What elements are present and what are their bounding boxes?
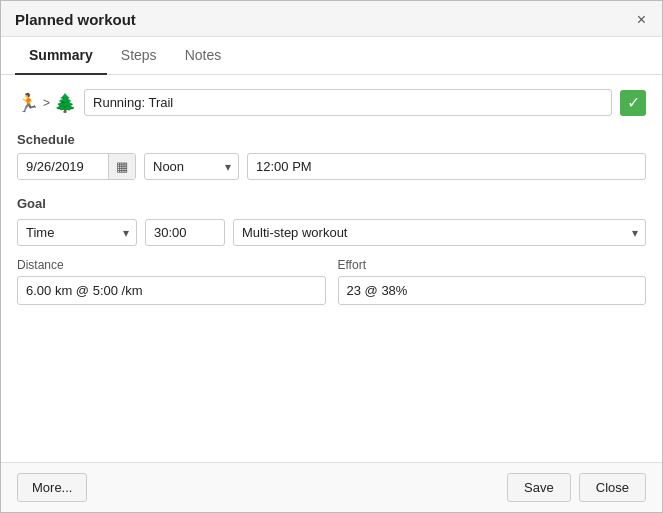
date-picker[interactable]: 9/26/2019 ▦ — [17, 153, 136, 180]
workout-type-select[interactable]: Multi-step workout Single-step workout — [233, 219, 646, 246]
workout-icons: 🏃 > 🌲 — [17, 92, 76, 114]
calendar-icon: ▦ — [116, 159, 128, 174]
distance-label: Distance — [17, 258, 326, 272]
dialog-close-button[interactable]: × — [635, 12, 648, 28]
goal-type-select[interactable]: Time Distance Pace Open — [17, 219, 137, 246]
goal-type-select-wrapper: Time Distance Pace Open — [17, 219, 137, 246]
metrics-row: Distance 6.00 km @ 5:00 /km Effort 23 @ … — [17, 258, 646, 305]
calendar-button[interactable]: ▦ — [108, 154, 135, 179]
tree-icon: 🌲 — [54, 92, 76, 114]
date-value: 9/26/2019 — [18, 154, 108, 179]
effort-col: Effort 23 @ 38% — [338, 258, 647, 305]
tab-steps[interactable]: Steps — [107, 37, 171, 75]
effort-value: 23 @ 38% — [338, 276, 647, 305]
goal-value-input[interactable] — [145, 219, 225, 246]
time-display: 12:00 PM — [247, 153, 646, 180]
goal-section: Goal Time Distance Pace Open Multi-step … — [17, 192, 646, 246]
save-button[interactable]: Save — [507, 473, 571, 502]
planned-workout-dialog: Planned workout × Summary Steps Notes 🏃 … — [0, 0, 663, 513]
effort-label: Effort — [338, 258, 647, 272]
time-select-wrapper: Noon Morning Afternoon Evening Custom — [144, 153, 239, 180]
schedule-section: Schedule 9/26/2019 ▦ Noon Morning Aftern… — [17, 128, 646, 180]
more-button[interactable]: More... — [17, 473, 87, 502]
tab-summary[interactable]: Summary — [15, 37, 107, 75]
arrow-icon: > — [43, 96, 50, 110]
goal-label: Goal — [17, 196, 646, 211]
schedule-row: 9/26/2019 ▦ Noon Morning Afternoon Eveni… — [17, 153, 646, 180]
distance-col: Distance 6.00 km @ 5:00 /km — [17, 258, 326, 305]
footer-left: More... — [17, 473, 87, 502]
workout-name-row: 🏃 > 🌲 ✓ — [17, 89, 646, 116]
close-button[interactable]: Close — [579, 473, 646, 502]
dialog-header: Planned workout × — [1, 1, 662, 37]
runner-icon: 🏃 — [17, 92, 39, 114]
workout-type-select-wrapper: Multi-step workout Single-step workout — [233, 219, 646, 246]
tab-bar: Summary Steps Notes — [1, 37, 662, 75]
dialog-body: 🏃 > 🌲 ✓ Schedule 9/26/2019 ▦ — [1, 75, 662, 462]
dialog-title: Planned workout — [15, 11, 136, 28]
dialog-footer: More... Save Close — [1, 462, 662, 512]
distance-value: 6.00 km @ 5:00 /km — [17, 276, 326, 305]
tab-notes[interactable]: Notes — [171, 37, 236, 75]
workout-check-button[interactable]: ✓ — [620, 90, 646, 116]
schedule-label: Schedule — [17, 132, 646, 147]
goal-row: Time Distance Pace Open Multi-step worko… — [17, 219, 646, 246]
footer-right: Save Close — [507, 473, 646, 502]
workout-name-input[interactable] — [84, 89, 612, 116]
time-select[interactable]: Noon Morning Afternoon Evening Custom — [144, 153, 239, 180]
